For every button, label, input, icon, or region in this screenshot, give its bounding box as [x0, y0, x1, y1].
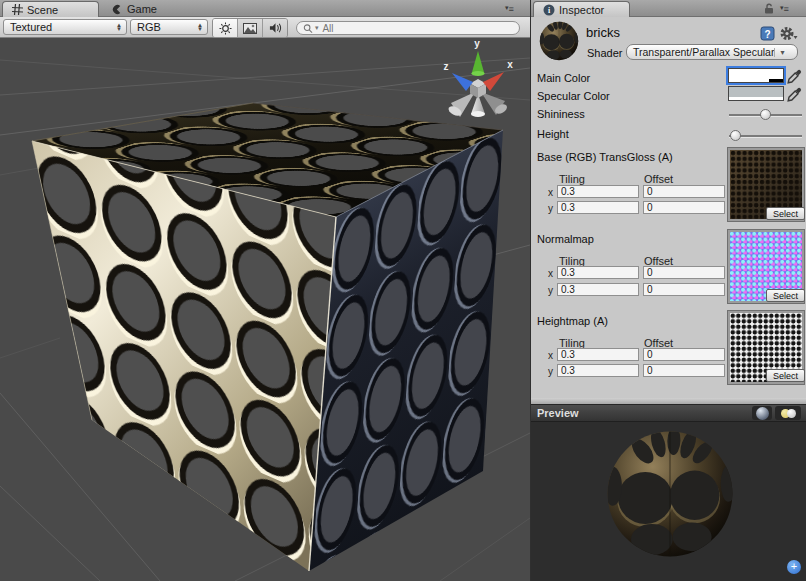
tiling-x-field[interactable]	[557, 185, 639, 198]
scene-view-toggles	[212, 18, 288, 38]
image-icon	[243, 23, 257, 34]
scene-grid-icon	[12, 4, 23, 15]
material-name: bricks	[586, 25, 620, 40]
lighting-toggle-button[interactable]	[213, 19, 238, 37]
shininess-slider-handle[interactable]	[760, 109, 771, 120]
shininess-label: Shininess	[537, 108, 585, 120]
offset-x-field[interactable]	[643, 185, 725, 198]
offset-y-field[interactable]	[643, 283, 725, 296]
search-input[interactable]	[320, 22, 513, 35]
unity-editor-window: Scene Game ▾≡ Textured ▲▼ RGB ▲▼	[0, 0, 806, 581]
y-axis-label: y	[548, 366, 553, 377]
scene-panel: Scene Game ▾≡ Textured ▲▼ RGB ▲▼	[0, 0, 530, 581]
y-axis-label: y	[548, 203, 553, 214]
sphere-icon	[756, 407, 769, 420]
base-texture-select-button[interactable]: Select	[766, 207, 805, 220]
scene-search-field[interactable]: ▾	[296, 21, 520, 35]
lock-icon[interactable]	[764, 3, 774, 14]
specular-color-label: Specular Color	[537, 90, 610, 102]
scene-panel-menu-icon[interactable]: ▾≡	[505, 3, 514, 14]
preview-viewport[interactable]: +	[531, 422, 806, 581]
cube-object[interactable]	[32, 103, 503, 571]
chevron-down-icon: ▾	[774, 48, 784, 57]
lighting-icon	[781, 409, 796, 418]
skybox-toggle-button[interactable]	[238, 19, 263, 37]
search-icon	[303, 23, 313, 34]
gizmo-z-label: z	[444, 61, 449, 72]
preview-lighting-button[interactable]	[775, 406, 801, 420]
tiling-x-field[interactable]	[557, 266, 639, 279]
preview-header: Preview	[531, 404, 806, 422]
draw-mode-dropdown[interactable]: Textured ▲▼	[3, 19, 127, 35]
shader-value: Transparent/Parallax Specular	[633, 46, 774, 58]
normalmap-select-button[interactable]: Select	[766, 289, 805, 302]
offset-y-field[interactable]	[643, 201, 725, 214]
x-axis-label: x	[548, 268, 553, 279]
inspector-panel-menu-icon[interactable]: ▾≡	[780, 3, 789, 14]
heightmap-select-button[interactable]: Select	[766, 369, 805, 382]
sun-icon	[219, 22, 232, 35]
height-label: Height	[537, 128, 569, 140]
gear-icon[interactable]	[780, 26, 798, 41]
tab-inspector[interactable]: i Inspector	[533, 1, 630, 17]
offset-y-field[interactable]	[643, 364, 725, 377]
tab-game[interactable]: Game	[103, 1, 166, 17]
offset-header: Offset	[644, 173, 673, 185]
main-color-eyedropper-icon[interactable]	[787, 69, 802, 84]
offset-x-field[interactable]	[643, 348, 725, 361]
specular-color-alpha-bar	[729, 97, 783, 100]
tab-inspector-label: Inspector	[559, 4, 604, 16]
inspector-tabbar: i Inspector ▾≡	[531, 0, 806, 17]
texture-section-label: Base (RGB) TransGloss (A)	[537, 151, 673, 163]
scene-toolbar: Textured ▲▼ RGB ▲▼	[0, 17, 530, 38]
speaker-icon	[269, 22, 282, 34]
shader-dropdown[interactable]: Transparent/Parallax Specular ▾	[626, 44, 798, 60]
main-color-alpha-bar	[729, 79, 783, 82]
preview-material-sphere	[605, 429, 735, 559]
inspector-body: bricks Shader Transparent/Parallax Specu…	[531, 17, 806, 398]
scene-tabbar: Scene Game ▾≡	[0, 0, 530, 17]
height-slider[interactable]	[729, 130, 802, 142]
main-color-swatch[interactable]	[728, 68, 784, 83]
material-preview-ball[interactable]	[539, 21, 579, 61]
color-mode-dropdown[interactable]: RGB ▲▼	[130, 19, 208, 35]
shader-label: Shader	[587, 47, 622, 59]
color-mode-value: RGB	[137, 21, 193, 33]
tiling-header: Tiling	[559, 173, 585, 185]
draw-mode-value: Textured	[10, 21, 112, 33]
shininess-slider[interactable]	[729, 109, 802, 121]
preview-mesh-button[interactable]	[752, 406, 772, 420]
gizmo-x-label: x	[507, 59, 513, 70]
tiling-y-field[interactable]	[557, 283, 639, 296]
audio-toggle-button[interactable]	[263, 19, 287, 37]
game-icon	[112, 4, 123, 15]
tab-scene-label: Scene	[27, 4, 58, 16]
help-icon[interactable]: ?	[760, 26, 775, 41]
tiling-x-field[interactable]	[557, 348, 639, 361]
offset-x-field[interactable]	[643, 266, 725, 279]
specular-color-eyedropper-icon[interactable]	[787, 87, 802, 102]
add-assetbundle-button[interactable]: +	[787, 560, 801, 574]
dropdown-arrows-icon: ▲▼	[116, 23, 122, 31]
search-filter-arrow-icon[interactable]: ▾	[315, 24, 319, 32]
height-slider-handle[interactable]	[730, 130, 741, 141]
x-axis-label: x	[548, 350, 553, 361]
svg-text:?: ?	[764, 29, 770, 40]
tiling-y-field[interactable]	[557, 201, 639, 214]
x-axis-label: x	[548, 187, 553, 198]
main-color-label: Main Color	[537, 72, 590, 84]
scene-viewport[interactable]: y x z	[0, 38, 530, 581]
info-icon: i	[543, 4, 555, 16]
gizmo-y-axis[interactable]	[472, 51, 485, 74]
tab-game-label: Game	[127, 3, 157, 15]
inspector-panel: i Inspector ▾≡ bricks Shader Transparent…	[530, 0, 806, 581]
texture-section-label: Normalmap	[537, 233, 594, 245]
dropdown-arrows-icon: ▲▼	[197, 23, 203, 31]
gizmo-x-axis[interactable]	[483, 72, 504, 91]
y-axis-label: y	[548, 285, 553, 296]
specular-color-swatch[interactable]	[728, 86, 784, 101]
gizmo-y-label: y	[474, 38, 480, 49]
tiling-y-field[interactable]	[557, 364, 639, 377]
texture-section-label: Heightmap (A)	[537, 315, 608, 327]
tab-scene[interactable]: Scene	[2, 1, 99, 17]
